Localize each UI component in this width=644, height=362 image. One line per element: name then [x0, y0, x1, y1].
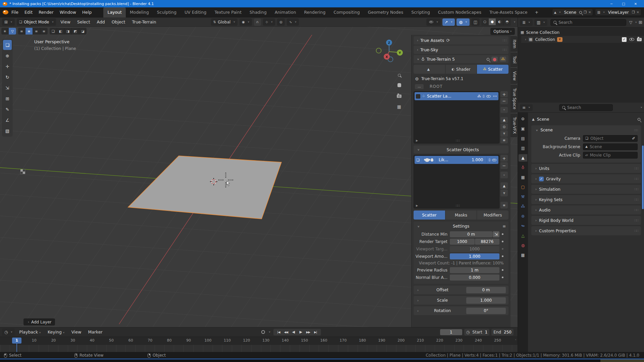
shading-material-button[interactable]: ◐ [496, 18, 503, 25]
close-icon[interactable]: ✕ [637, 10, 639, 14]
properties-tab-collection[interactable]: ▦ [519, 174, 527, 181]
frame-tick-160[interactable]: 160 [319, 338, 328, 343]
tab-modeling[interactable]: Modeling [126, 7, 153, 17]
properties-tab-physics[interactable]: ⊚ [519, 213, 527, 220]
animate-dot[interactable] [502, 269, 503, 271]
frame-tick-120[interactable]: 120 [242, 338, 251, 343]
tab-scatter[interactable]: ⁂Scatter [477, 65, 508, 74]
frame-tick-100[interactable]: 100 [203, 338, 213, 343]
frame-tick-190[interactable]: 190 [377, 338, 386, 343]
background-scene-field[interactable]: ▲ Scene [583, 143, 638, 150]
menu-help[interactable]: Help [79, 10, 95, 15]
select-mode-3[interactable]: ≡ [33, 28, 40, 35]
prev-keyframe-button[interactable]: ◀◀ [283, 330, 289, 334]
jump-to-start-button[interactable]: |◀ [275, 330, 282, 334]
scroll-left-icon[interactable]: ‹ [515, 339, 516, 341]
animate-dot[interactable] [502, 277, 503, 278]
frame-tick-240[interactable]: 240 [474, 338, 483, 343]
add-cube-tool[interactable]: ▧ [3, 126, 12, 136]
mode-selector[interactable]: ❏ Object Mode ∨ [17, 18, 56, 26]
side-tab-true-vfx[interactable]: True-VFX [511, 114, 517, 137]
menu-file[interactable]: File [8, 10, 21, 15]
add-object-button[interactable]: + [500, 155, 508, 162]
properties-tab-tool[interactable]: ⚙ [519, 115, 527, 123]
layer-checkbox[interactable] [416, 94, 420, 99]
side-tab-view[interactable]: View [511, 68, 517, 84]
xray-toggle[interactable]: ◫ [471, 18, 480, 26]
eyedropper-icon[interactable]: ✐ [632, 136, 635, 140]
scene-name[interactable]: Scene [562, 10, 578, 15]
object-visibility-selector[interactable]: ∨ [426, 18, 441, 26]
object-select-icon[interactable]: ❏ [415, 157, 421, 163]
properties-search-input[interactable]: Search [559, 104, 613, 111]
offset-value-field[interactable]: 0 m [466, 287, 506, 293]
frame-tick-60[interactable]: 60 [126, 338, 136, 343]
properties-tab-object[interactable]: ▢ [519, 183, 527, 191]
snap-settings[interactable]: ⊹ ∨ [263, 18, 275, 26]
tab-sculpting[interactable]: Sculpting [153, 7, 180, 17]
frame-tick-30[interactable]: 30 [68, 338, 77, 343]
visibility-eye-icon[interactable] [487, 95, 491, 98]
outliner-display-mode[interactable]: ≣ ∨ [520, 19, 533, 26]
menu-keying[interactable]: Keying∨ [45, 329, 67, 335]
disable-render-icon[interactable] [637, 38, 642, 41]
rotate-tool[interactable]: ↻ [3, 72, 12, 82]
frame-tick-170[interactable]: 170 [338, 338, 348, 343]
expand-icon[interactable]: ▶ [416, 204, 418, 207]
star-icon[interactable]: ✳ [1, 28, 9, 35]
menu-view[interactable]: View [58, 19, 73, 24]
frame-tick-130[interactable]: 130 [261, 338, 271, 343]
rotation-value-field[interactable]: 0° [466, 308, 506, 314]
rotation-panel[interactable]: › Rotation 0° [414, 306, 508, 315]
gravity-checkbox[interactable]: ✓ [539, 177, 544, 181]
pin-icon[interactable] [486, 57, 490, 61]
menu-marker[interactable]: Marker [86, 329, 105, 335]
frame-tick-150[interactable]: 150 [300, 338, 309, 343]
frame-tick-140[interactable]: 140 [280, 338, 290, 343]
play-reverse-button[interactable]: ◀ [290, 330, 297, 334]
camera-view-button[interactable] [395, 92, 404, 101]
stopwatch-icon[interactable]: ◷ [466, 330, 470, 334]
blender-menu-icon[interactable] [3, 10, 8, 14]
menu-render[interactable]: Render [36, 10, 57, 15]
scatter-objects-box[interactable]: ❏ Lik... 1.000 ▯ ▶ ∷∷ [414, 155, 499, 208]
frame-tick-230[interactable]: 230 [454, 338, 464, 343]
breadcrumb-label[interactable]: Scene [537, 117, 549, 122]
scene-collection-row[interactable]: ▦ Scene Collection [518, 29, 644, 36]
isolate-layer-button[interactable]: ⊙ [500, 124, 508, 130]
properties-tab-render[interactable]: ▣ [519, 125, 527, 132]
side-tab-true-space[interactable]: True Space [511, 85, 517, 113]
animate-dot[interactable] [502, 241, 503, 242]
select-op-difference[interactable]: ◩ [72, 28, 79, 35]
menu-true-terrain[interactable]: True-Terrain [130, 19, 159, 24]
viewport-target-field[interactable]: 1000 [450, 246, 499, 252]
cursor-tool[interactable]: ⊕ [3, 51, 12, 61]
timeline-editor-type[interactable]: ◷ ∨ [2, 328, 15, 336]
render-count-field[interactable]: 88276 [475, 239, 500, 245]
layer-menu-button[interactable]: ≡ [500, 137, 508, 143]
breadcrumb-dots-button[interactable]: ... [415, 84, 424, 89]
ortho-toggle-button[interactable]: ▦ [395, 102, 404, 111]
distance-picker-button[interactable]: ⇲ [493, 231, 499, 237]
section-simulation[interactable]: ›Simulation∷∷ [531, 185, 641, 194]
frame-tick-50[interactable]: 50 [107, 338, 116, 343]
properties-editor-type[interactable]: ≡ ∨ [520, 104, 533, 111]
move-layer-down-button[interactable]: ▼ [500, 130, 508, 136]
tab-rendering[interactable]: Rendering [300, 7, 330, 17]
tab-modifiers[interactable]: Modifiers [477, 210, 508, 220]
pivot-point-selector[interactable]: ◉ ∨ [239, 18, 252, 26]
true-assets-section[interactable]: › True Assets ⟳ ∷∷ [414, 36, 508, 45]
scatter-objects-header[interactable]: ∨ Scatter Objects [414, 145, 508, 154]
tab-masks[interactable]: Masks [445, 210, 477, 220]
timeline-ruler[interactable]: 1102030405060708090100110120130140150160… [0, 337, 518, 345]
next-keyframe-button[interactable]: ▶▶ [305, 330, 312, 334]
view-layer-selector[interactable]: ▥ ∨ ViewLayer ❐ ✕ [595, 9, 641, 16]
properties-tab-modifiers[interactable]: ⚒ [519, 193, 527, 200]
overlays-toggle[interactable]: ◍ ∨ [457, 18, 469, 26]
scale-tool[interactable]: ⇲ [3, 83, 12, 93]
true-sky-section[interactable]: › True-Sky ∷∷ [414, 46, 508, 54]
chevron-down-icon[interactable]: ∨ [269, 331, 271, 333]
camera-field[interactable]: ❏ Object ✐ [583, 135, 638, 142]
select-mode-4[interactable]: ≡ [40, 28, 48, 35]
grip-icon[interactable]: ∷∷ [502, 39, 506, 42]
